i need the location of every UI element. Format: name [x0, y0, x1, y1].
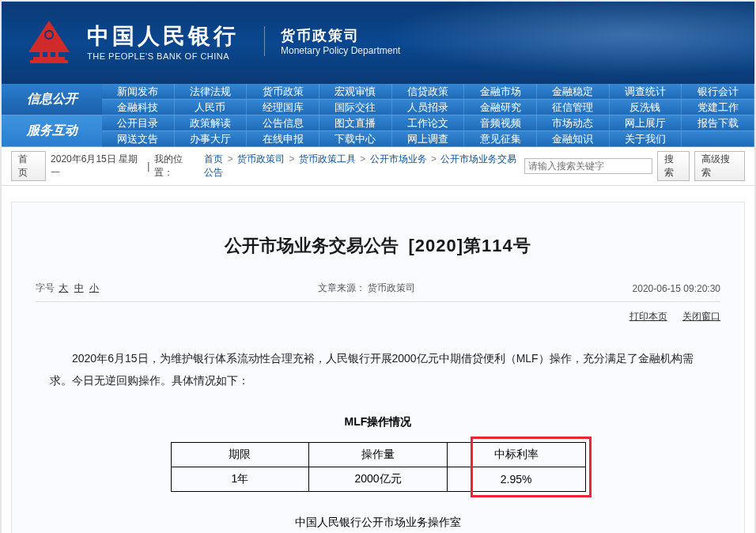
- nav-item[interactable]: 市场动态: [537, 115, 610, 131]
- print-link[interactable]: 打印本页: [629, 311, 667, 322]
- breadcrumb-item[interactable]: 货币政策司: [237, 153, 285, 164]
- nav-item[interactable]: 网上调查: [392, 131, 465, 147]
- nav-item[interactable]: 人员招录: [392, 100, 465, 115]
- svg-point-7: [46, 32, 52, 38]
- breadcrumb-bar: 首 页 2020年6月15日 星期一 | 我的位置： 首页 > 货币政策司 > …: [2, 147, 754, 186]
- nav-item[interactable]: 宏观审慎: [319, 84, 392, 100]
- nav-item[interactable]: 办事大厅: [175, 131, 248, 147]
- pboc-logo-icon: [25, 19, 73, 63]
- nav-item[interactable]: 关于我们: [610, 131, 682, 147]
- crumb-loc-label: 我的位置：: [154, 153, 199, 180]
- font-small-link[interactable]: 小: [89, 282, 99, 293]
- article-body: 2020年6月15日，为维护银行体系流动性合理充裕，人民银行开展2000亿元中期…: [36, 323, 720, 399]
- nav-item[interactable]: 货币政策: [247, 84, 319, 100]
- nav-item[interactable]: 工作论文: [392, 115, 465, 131]
- nav-item[interactable]: 公开目录: [102, 115, 175, 131]
- close-window-link[interactable]: 关闭窗口: [682, 311, 720, 322]
- article-timestamp: 2020-06-15 09:20:30: [633, 283, 720, 294]
- font-size-controls: 字号 大 中 小: [36, 282, 100, 295]
- nav-item[interactable]: 金融市场: [464, 84, 537, 100]
- header-banner: 中国人民银行 THE PEOPLE'S BANK OF CHINA 货币政策司 …: [2, 2, 754, 84]
- table-title: MLF操作情况: [36, 415, 720, 429]
- dept-name-cn: 货币政策司: [281, 26, 400, 45]
- font-medium-link[interactable]: 中: [74, 282, 84, 293]
- nav-item[interactable]: 信贷政策: [392, 84, 465, 100]
- main-nav: 信息公开 服务互动 新闻发布法律法规货币政策宏观审慎信贷政策金融市场金融稳定调查…: [2, 84, 754, 147]
- table-header-row: 期限 操作量 中标利率: [171, 443, 585, 467]
- nav-item[interactable]: 调查统计: [610, 84, 682, 100]
- nav-item[interactable]: 党建工作: [682, 100, 754, 115]
- font-label: 字号: [36, 282, 55, 293]
- col-rate: 中标利率: [447, 443, 585, 467]
- nav-item[interactable]: 金融知识: [537, 131, 610, 147]
- source-value: 货币政策司: [368, 282, 415, 293]
- chevron-right-icon: >: [286, 153, 297, 164]
- nav-item[interactable]: 金融科技: [102, 100, 175, 115]
- table-data-row: 1年 2000亿元 2.95%: [171, 467, 585, 492]
- nav-tab-info[interactable]: 信息公开: [2, 84, 102, 115]
- article-meta: 字号 大 中 小 文章来源： 货币政策司 2020-06-15 09:20:30: [36, 282, 720, 302]
- article: 公开市场业务交易公告 [2020]第114号 字号 大 中 小 文章来源： 货币…: [11, 202, 745, 533]
- svg-rect-3: [55, 41, 59, 57]
- nav-item[interactable]: 国际交往: [319, 100, 392, 115]
- nav-item[interactable]: 网上展厅: [610, 115, 682, 131]
- col-term: 期限: [171, 443, 309, 467]
- search-button[interactable]: 搜索: [657, 151, 690, 181]
- bank-name-en: THE PEOPLE'S BANK OF CHINA: [87, 51, 239, 61]
- chevron-right-icon: >: [357, 153, 369, 164]
- cell-volume: 2000亿元: [309, 467, 448, 492]
- nav-item[interactable]: 政策解读: [175, 115, 248, 131]
- nav-item[interactable]: 意见征集: [464, 131, 537, 147]
- breadcrumb-item[interactable]: 首页: [204, 153, 223, 164]
- nav-item[interactable]: 新闻发布: [102, 84, 175, 100]
- cell-rate: 2.95%: [447, 467, 585, 492]
- title-main: 公开市场业务交易公告: [225, 236, 399, 255]
- chevron-right-icon: >: [429, 153, 440, 164]
- nav-item[interactable]: 人民币: [175, 100, 248, 115]
- dept-name-en: Monetary Policy Department: [281, 45, 400, 56]
- svg-rect-2: [47, 41, 51, 57]
- breadcrumb-item[interactable]: 公开市场业务: [370, 153, 427, 164]
- nav-item[interactable]: 法律法规: [175, 84, 248, 100]
- nav-item[interactable]: 网送文告: [102, 131, 175, 147]
- nav-item[interactable]: 反洗钱: [610, 100, 682, 115]
- nav-item[interactable]: 图文直播: [319, 115, 392, 131]
- nav-item[interactable]: 报告下载: [682, 115, 754, 131]
- cell-term: 1年: [171, 467, 309, 492]
- nav-item[interactable]: 音频视频: [464, 115, 537, 131]
- source-label: 文章来源：: [318, 282, 365, 293]
- nav-item[interactable]: 在线申报: [247, 131, 319, 147]
- signature: 中国人民银行公开市场业务操作室: [36, 516, 720, 530]
- nav-item[interactable]: 征信管理: [537, 100, 610, 115]
- crumb-date: 2020年6月15日 星期一: [51, 153, 142, 180]
- search-input[interactable]: [524, 158, 652, 174]
- svg-rect-1: [40, 41, 43, 57]
- nav-item[interactable]: 公告信息: [247, 115, 319, 131]
- font-large-link[interactable]: 大: [59, 282, 68, 293]
- dept-title: 货币政策司 Monetary Policy Department: [264, 26, 400, 56]
- chevron-right-icon: >: [225, 153, 236, 164]
- bank-title: 中国人民银行 THE PEOPLE'S BANK OF CHINA: [87, 21, 239, 61]
- nav-item: [682, 131, 754, 147]
- mlf-table: 期限 操作量 中标利率 1年 2000亿元 2.95%: [171, 442, 586, 492]
- breadcrumb-item[interactable]: 货币政策工具: [299, 153, 356, 164]
- svg-rect-5: [30, 60, 68, 63]
- home-button[interactable]: 首 页: [11, 151, 46, 181]
- title-issue: [2020]第114号: [408, 236, 531, 255]
- col-volume: 操作量: [309, 443, 448, 467]
- nav-tab-service[interactable]: 服务互动: [2, 115, 102, 147]
- article-title: 公开市场业务交易公告 [2020]第114号: [36, 218, 720, 282]
- bank-name-cn: 中国人民银行: [87, 21, 239, 51]
- nav-item[interactable]: 银行会计: [682, 84, 754, 100]
- nav-item[interactable]: 金融研究: [464, 100, 537, 115]
- nav-item[interactable]: 金融稳定: [537, 84, 610, 100]
- advanced-search-link[interactable]: 高级搜索: [694, 151, 745, 181]
- nav-item[interactable]: 经理国库: [247, 100, 319, 115]
- nav-item[interactable]: 下载中心: [319, 131, 392, 147]
- svg-rect-4: [33, 57, 65, 60]
